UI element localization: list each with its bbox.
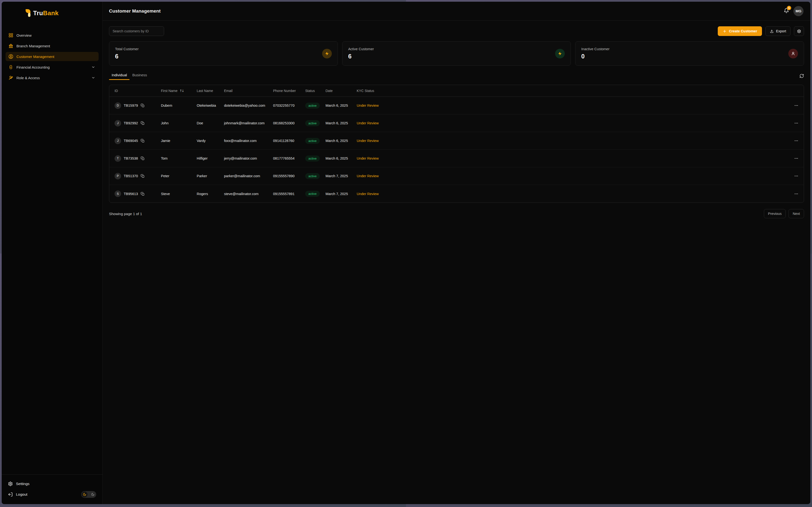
copy-icon[interactable] bbox=[141, 174, 145, 178]
table-footer: Showing page 1 of 1 Previous Next bbox=[109, 209, 406, 218]
stats-row: Total Customer 6 Active Customer 6 bbox=[109, 41, 406, 66]
email: dotekeiwebia@yahoo.com bbox=[224, 104, 273, 107]
user-circle-icon bbox=[8, 54, 13, 59]
customer-id: TB95613 bbox=[124, 192, 138, 196]
last-name: Vardy bbox=[197, 139, 224, 143]
first-name: Jamie bbox=[161, 139, 197, 143]
copy-icon[interactable] bbox=[141, 192, 145, 196]
last-name: Hilfiger bbox=[197, 157, 224, 160]
app-window: TruBank Overview Branch Management Custo… bbox=[2, 2, 406, 253]
copy-icon[interactable] bbox=[141, 121, 145, 125]
first-name: Dubem bbox=[161, 104, 197, 107]
column-header-phone: Phone Number bbox=[273, 89, 305, 93]
customer-id: TB15979 bbox=[124, 104, 138, 107]
copy-icon[interactable] bbox=[141, 139, 145, 143]
stat-label: Active Customer bbox=[348, 47, 374, 51]
date: March 6, 2025 bbox=[325, 139, 357, 143]
column-header-status: Status bbox=[305, 89, 325, 93]
row-avatar: T bbox=[114, 155, 121, 162]
column-header-date: Date bbox=[325, 89, 357, 93]
table-row[interactable]: JTB92992 John Doe johnmark@mailinator.co… bbox=[109, 114, 406, 132]
stat-value: 6 bbox=[348, 53, 374, 60]
coins-icon bbox=[8, 65, 13, 69]
copy-icon[interactable] bbox=[141, 104, 145, 107]
sidebar-item-branch-management[interactable]: Branch Management bbox=[6, 41, 99, 50]
customers-table: ID First Name↑↓ Last Name Email Phone Nu… bbox=[109, 85, 406, 203]
tab-individual[interactable]: Individual bbox=[109, 73, 130, 80]
sidebar-item-role-access[interactable]: Role & Access bbox=[6, 73, 99, 82]
row-avatar: J bbox=[114, 120, 121, 126]
search-input[interactable] bbox=[109, 26, 164, 36]
email: foxx@mailinator.com bbox=[224, 139, 273, 143]
column-header-id: ID bbox=[114, 89, 161, 93]
table-row[interactable]: PTB51370 Peter Parker parker@mailinator.… bbox=[109, 167, 406, 185]
grid-icon bbox=[8, 33, 13, 38]
date: March 6, 2025 bbox=[325, 157, 357, 160]
customer-id: TB92992 bbox=[124, 121, 138, 125]
phone: 09155557890 bbox=[273, 174, 305, 178]
customer-id: TB51370 bbox=[124, 174, 138, 178]
email: jerry@mailinator.com bbox=[224, 157, 273, 160]
sidebar-item-financial-accounting[interactable]: Financial Accounting bbox=[6, 62, 99, 72]
sidebar-item-label: Branch Management bbox=[16, 44, 50, 48]
sidebar-item-label: Role & Access bbox=[16, 76, 40, 80]
phone: 09141128760 bbox=[273, 139, 305, 143]
status-badge: active bbox=[305, 120, 320, 126]
stat-card-active-customer: Active Customer 6 bbox=[342, 41, 406, 66]
sidebar-item-overview[interactable]: Overview bbox=[6, 31, 99, 40]
sidebar: TruBank Overview Branch Management Custo… bbox=[2, 2, 103, 253]
user-pen-icon bbox=[8, 75, 13, 80]
tab-business[interactable]: Business bbox=[130, 73, 150, 80]
main-area: Customer Management 5 MG Create Customer bbox=[103, 2, 406, 253]
phone: 08177765554 bbox=[273, 157, 305, 160]
phone: 07032255770 bbox=[273, 104, 305, 107]
kyc-status-link[interactable]: Under Review bbox=[357, 192, 391, 196]
chevron-down-icon bbox=[91, 76, 96, 80]
phone: 09155557891 bbox=[273, 192, 305, 196]
row-avatar: S bbox=[114, 190, 121, 197]
kyc-status-link[interactable]: Under Review bbox=[357, 139, 391, 143]
last-name: Doe bbox=[197, 121, 224, 125]
trubank-logo-icon bbox=[25, 9, 31, 17]
kyc-status-link[interactable]: Under Review bbox=[357, 157, 391, 160]
table-row[interactable]: TTB73538 Tom Hilfiger jerry@mailinator.c… bbox=[109, 150, 406, 167]
customer-id: TB69045 bbox=[124, 139, 138, 143]
page-title: Customer Management bbox=[109, 8, 161, 14]
column-header-kyc-status: KYC Status bbox=[357, 89, 391, 93]
row-avatar: J bbox=[114, 137, 121, 144]
table-row[interactable]: JTB69045 Jamie Vardy foxx@mailinator.com… bbox=[109, 132, 406, 150]
date: March 7, 2025 bbox=[325, 174, 357, 178]
table-row[interactable]: STB95613 Steve Rogers steve@mailinator.c… bbox=[109, 185, 406, 203]
status-badge: active bbox=[305, 138, 320, 144]
chevron-down-icon bbox=[91, 65, 96, 69]
row-avatar: P bbox=[114, 173, 121, 179]
first-name: John bbox=[161, 121, 197, 125]
kyc-status-link[interactable]: Under Review bbox=[357, 121, 391, 125]
email: parker@mailinator.com bbox=[224, 174, 273, 178]
row-avatar: D bbox=[114, 102, 121, 109]
toolbar: Create Customer Export bbox=[109, 26, 406, 36]
content: Create Customer Export Total Customer bbox=[103, 20, 406, 253]
table-header-row: ID First Name↑↓ Last Name Email Phone Nu… bbox=[109, 85, 406, 97]
sort-icon[interactable]: ↑↓ bbox=[179, 89, 184, 93]
sidebar-item-customer-management[interactable]: Customer Management bbox=[6, 52, 99, 61]
bank-icon bbox=[8, 44, 13, 48]
first-name: Steve bbox=[161, 192, 197, 196]
column-header-first-name[interactable]: First Name↑↓ bbox=[161, 89, 197, 93]
bolt-icon bbox=[322, 49, 332, 58]
sidebar-nav: Overview Branch Management Customer Mana… bbox=[2, 31, 102, 82]
status-badge: active bbox=[305, 191, 320, 197]
status-badge: active bbox=[305, 156, 320, 162]
kyc-status-link[interactable]: Under Review bbox=[357, 174, 391, 178]
customer-id: TB73538 bbox=[124, 157, 138, 160]
brand-name: TruBank bbox=[33, 9, 58, 17]
copy-icon[interactable] bbox=[141, 157, 145, 160]
stat-label: Total Customer bbox=[115, 47, 139, 51]
first-name: Peter bbox=[161, 174, 197, 178]
email: johnmark@mailinator.com bbox=[224, 121, 273, 125]
tabs-row: Individual Business bbox=[109, 73, 406, 80]
table-row[interactable]: DTB15979 Dubem Otekeiwebia dotekeiwebia@… bbox=[109, 97, 406, 114]
kyc-status-link[interactable]: Under Review bbox=[357, 104, 391, 107]
column-header-last-name: Last Name bbox=[197, 89, 224, 93]
last-name: Rogers bbox=[197, 192, 224, 196]
